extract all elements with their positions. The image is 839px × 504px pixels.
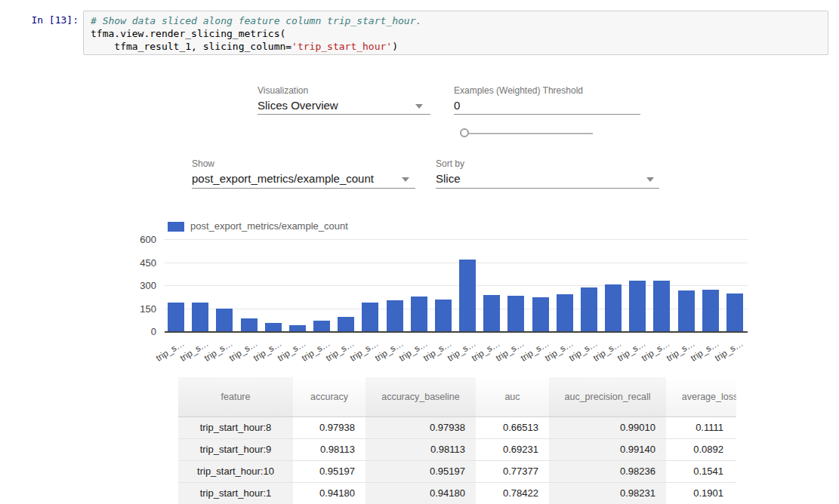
metrics-table: featureaccuracyaccuracy_baselineaucauc_p… xyxy=(178,377,736,504)
threshold-slider[interactable] xyxy=(465,133,593,134)
metric-cell: 0.1541 xyxy=(666,460,736,482)
bar[interactable] xyxy=(557,294,573,331)
metric-cell: 0.77377 xyxy=(476,460,549,482)
visualization-label: Visualization xyxy=(258,85,308,96)
metric-cell: 0.78422 xyxy=(476,482,549,504)
bar[interactable] xyxy=(702,290,719,331)
threshold-input[interactable]: 0 xyxy=(454,99,460,112)
metrics-table-container: featureaccuracyaccuracy_baselineaucauc_p… xyxy=(178,377,736,504)
visualization-underline xyxy=(258,114,430,115)
threshold-underline xyxy=(454,114,640,115)
show-label: Show xyxy=(192,158,214,169)
table-header-row: featureaccuracyaccuracy_baselineaucauc_p… xyxy=(178,377,736,416)
bar[interactable] xyxy=(289,325,306,331)
bar[interactable] xyxy=(168,303,184,331)
feature-cell: trip_start_hour:8 xyxy=(178,416,293,438)
bar[interactable] xyxy=(265,323,282,331)
sort-underline xyxy=(436,188,659,189)
column-header-accuracy[interactable]: accuracy xyxy=(293,377,366,416)
column-header-accuracy_baseline[interactable]: accuracy_baseline xyxy=(366,377,476,416)
code-comment: # Show data sliced along feature column … xyxy=(91,15,421,26)
feature-cell: trip_start_hour:9 xyxy=(178,438,293,460)
code-call-line: tfma.view.render_slicing_metrics( xyxy=(91,28,285,39)
bar[interactable] xyxy=(532,297,549,331)
code-arg-suffix: ) xyxy=(392,41,398,52)
x-axis-line xyxy=(165,331,748,333)
metric-cell: 0.66513 xyxy=(476,416,549,438)
bar[interactable] xyxy=(459,260,476,331)
metric-cell: 0.97938 xyxy=(366,416,476,438)
code-editor[interactable]: # Show data sliced along feature column … xyxy=(83,11,828,55)
bar[interactable] xyxy=(726,293,743,331)
code-string-literal: 'trip_start_hour' xyxy=(291,41,392,52)
bar[interactable] xyxy=(605,284,622,331)
bar[interactable] xyxy=(216,309,233,331)
bar[interactable] xyxy=(313,321,330,331)
metric-cell: 0.94180 xyxy=(293,482,366,504)
bar[interactable] xyxy=(192,303,208,331)
chevron-down-icon[interactable] xyxy=(402,177,409,182)
metric-cell: 0.99010 xyxy=(549,416,666,438)
legend-label: post_export_metrics/example_count xyxy=(190,220,348,232)
bar[interactable] xyxy=(362,303,378,331)
chevron-down-icon[interactable] xyxy=(646,177,654,182)
y-tick-label: 450 xyxy=(126,257,156,269)
show-metric-dropdown[interactable]: post_export_metrics/example_count xyxy=(192,172,374,185)
bar[interactable] xyxy=(241,318,258,331)
bar[interactable] xyxy=(581,287,597,331)
bar[interactable] xyxy=(653,281,670,331)
metric-cell: 0.98113 xyxy=(366,438,476,460)
y-tick-label: 0 xyxy=(126,326,156,337)
y-tick-label: 150 xyxy=(126,303,156,315)
cell-prompt: In [13]: xyxy=(11,14,79,26)
metric-cell: 0.94180 xyxy=(366,482,476,504)
show-underline xyxy=(192,188,415,189)
column-header-feature[interactable]: feature xyxy=(178,377,293,416)
legend-swatch xyxy=(168,222,184,232)
notebook-page: In [13]: # Show data sliced along featur… xyxy=(0,0,839,504)
table-row[interactable]: trip_start_hour:90.981130.981130.692310.… xyxy=(178,438,736,460)
code-arg-prefix: tfma_result_1, slicing_column= xyxy=(91,41,291,52)
threshold-label: Examples (Weighted) Threshold xyxy=(454,85,583,96)
metric-cell: 0.98113 xyxy=(293,438,366,460)
gridline xyxy=(165,263,748,263)
column-header-auc[interactable]: auc xyxy=(476,377,549,416)
bar[interactable] xyxy=(435,300,452,331)
metric-cell: 0.99140 xyxy=(549,438,666,460)
bar[interactable] xyxy=(629,281,646,331)
bar[interactable] xyxy=(507,296,524,331)
visualization-dropdown[interactable]: Slices Overview xyxy=(258,99,338,112)
bar[interactable] xyxy=(678,290,695,331)
table-row[interactable]: trip_start_hour:10.941800.941800.784220.… xyxy=(178,482,736,504)
metric-cell: 0.69231 xyxy=(476,438,549,460)
metric-cell: 0.97938 xyxy=(293,416,366,438)
chevron-down-icon[interactable] xyxy=(415,104,423,109)
bar[interactable] xyxy=(338,317,354,331)
sort-by-label: Sort by xyxy=(436,158,464,169)
metric-cell: 0.0892 xyxy=(666,438,736,460)
metric-cell: 0.95197 xyxy=(366,460,476,482)
y-tick-label: 300 xyxy=(126,280,156,291)
metric-cell: 0.98231 xyxy=(549,482,666,504)
metric-cell: 0.1901 xyxy=(666,482,736,504)
bar[interactable] xyxy=(387,300,403,331)
bar[interactable] xyxy=(483,295,500,331)
column-header-auc_precision_recall[interactable]: auc_precision_recall xyxy=(549,377,666,416)
sort-by-dropdown[interactable]: Slice xyxy=(436,172,461,185)
gridline xyxy=(165,239,748,240)
y-tick-label: 600 xyxy=(126,234,156,245)
metric-cell: 0.98236 xyxy=(549,460,666,482)
feature-cell: trip_start_hour:10 xyxy=(178,460,293,482)
bar[interactable] xyxy=(411,297,427,331)
slider-thumb[interactable] xyxy=(460,128,469,137)
bar-chart: post_export_metrics/example_count 015030… xyxy=(121,217,785,368)
column-header-average_loss[interactable]: average_loss xyxy=(666,377,736,416)
table-row[interactable]: trip_start_hour:80.979380.979380.665130.… xyxy=(178,416,736,438)
metric-cell: 0.95197 xyxy=(293,460,366,482)
metric-cell: 0.1111 xyxy=(666,416,736,438)
feature-cell: trip_start_hour:1 xyxy=(178,482,293,504)
table-row[interactable]: trip_start_hour:100.951970.951970.773770… xyxy=(178,460,736,482)
